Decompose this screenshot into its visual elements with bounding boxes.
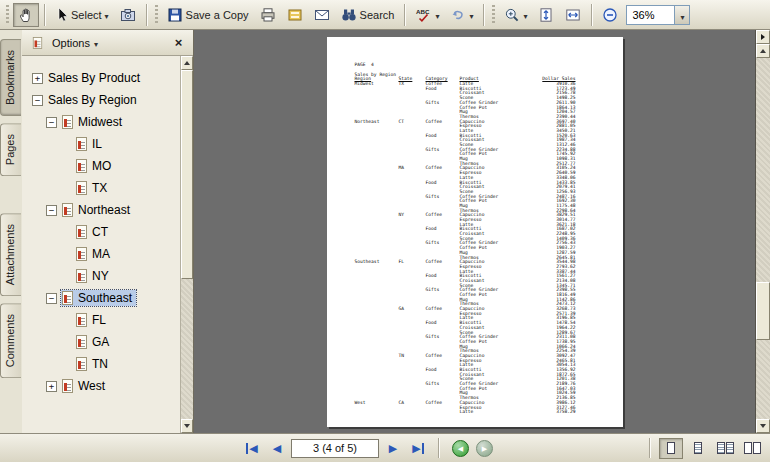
- first-page-icon: [246, 443, 257, 454]
- bookmark-label: Midwest: [78, 115, 122, 129]
- options-menu-button[interactable]: Options: [28, 33, 102, 53]
- spellcheck-abc-icon: ABC: [415, 7, 432, 23]
- bookmark-item-ga[interactable]: GA: [27, 331, 179, 353]
- bookmark-content: Sales By Region: [47, 92, 141, 108]
- undo-button[interactable]: [445, 3, 478, 27]
- scrollbar-thumb[interactable]: [756, 282, 770, 340]
- arrow-down-icon: [760, 424, 766, 428]
- bookmark-item-west[interactable]: +West: [27, 375, 179, 397]
- bookmark-page-icon: [62, 291, 73, 305]
- toolbar-grip[interactable]: [6, 5, 9, 25]
- bookmark-content: TX: [75, 180, 111, 196]
- fit-width-button[interactable]: [560, 3, 586, 27]
- next-view-button[interactable]: [476, 440, 493, 457]
- bookmark-item-ma[interactable]: MA: [27, 243, 179, 265]
- first-page-button[interactable]: [241, 438, 263, 458]
- facing-page-icon: [744, 442, 752, 454]
- scroll-up-button[interactable]: [181, 56, 193, 70]
- view-continuous-button[interactable]: [686, 438, 710, 459]
- spellcheck-button[interactable]: ABC: [410, 3, 444, 27]
- chevron-down-icon: [435, 9, 439, 21]
- chevron-down-icon: [94, 37, 98, 49]
- expander-spacer: [60, 337, 71, 348]
- scroll-up-button[interactable]: [756, 44, 770, 58]
- pane-toggle-button[interactable]: [756, 30, 770, 44]
- collapse-minus-icon[interactable]: −: [46, 205, 57, 216]
- bookmark-label: MO: [92, 159, 111, 173]
- chevron-down-icon: [105, 9, 109, 21]
- scrollbar-thumb[interactable]: [181, 70, 193, 279]
- scrollbar-track[interactable]: [756, 58, 770, 419]
- bookmark-content: West: [61, 378, 109, 394]
- bookmark-content: MO: [75, 158, 115, 174]
- last-page-button[interactable]: [407, 438, 429, 458]
- collapse-minus-icon[interactable]: −: [46, 293, 57, 304]
- bookmark-item-midwest[interactable]: −Midwest: [27, 111, 179, 133]
- zoom-level-combo[interactable]: 36%: [626, 5, 690, 25]
- select-tool-button[interactable]: Select: [50, 3, 114, 27]
- view-facing-button[interactable]: [740, 438, 764, 459]
- scroll-down-button[interactable]: [756, 419, 770, 433]
- view-continuous-facing-button[interactable]: [713, 438, 737, 459]
- document-scrollbar[interactable]: [755, 30, 770, 433]
- snapshot-tool-button[interactable]: [115, 3, 141, 27]
- expand-plus-icon[interactable]: +: [46, 381, 57, 392]
- close-panel-button[interactable]: [170, 34, 187, 51]
- scrollbar-track[interactable]: [181, 70, 193, 419]
- next-page-button[interactable]: [382, 438, 404, 458]
- main-area: Bookmarks Pages Attachments Comments Opt…: [0, 30, 770, 433]
- bookmark-content: Midwest: [61, 114, 126, 130]
- email-button[interactable]: [309, 3, 335, 27]
- toolbar-grip[interactable]: [155, 5, 158, 25]
- bookmark-label: Northeast: [78, 203, 130, 217]
- bookmarks-tree: +Sales By Product−Sales By Region−Midwes…: [22, 56, 180, 433]
- svg-text:ABC: ABC: [416, 8, 430, 15]
- expand-plus-icon[interactable]: +: [32, 73, 43, 84]
- print-button[interactable]: [255, 3, 281, 27]
- continuous-facing-icon: [726, 442, 734, 454]
- page-indicator-value: 3 (4 of 5): [313, 442, 357, 454]
- organizer-button[interactable]: [282, 3, 308, 27]
- bookmark-item-ct[interactable]: CT: [27, 221, 179, 243]
- search-button[interactable]: Search: [336, 3, 400, 27]
- bookmark-item-mo[interactable]: MO: [27, 155, 179, 177]
- tab-comments[interactable]: Comments: [0, 303, 21, 378]
- hand-tool-button[interactable]: [13, 3, 39, 27]
- bookmark-item-tx[interactable]: TX: [27, 177, 179, 199]
- view-single-page-button[interactable]: [659, 438, 683, 459]
- bookmark-item-sales-by-region[interactable]: −Sales By Region: [27, 89, 179, 111]
- bookmark-item-sales-by-product[interactable]: +Sales By Product: [27, 67, 179, 89]
- undo-arrow-icon: [450, 7, 466, 23]
- bookmark-item-fl[interactable]: FL: [27, 309, 179, 331]
- bookmark-label: Southeast: [78, 291, 132, 305]
- previous-page-icon: [273, 443, 281, 454]
- pdf-page[interactable]: PAGE 4Sales by RegionRegionStateCategory…: [327, 37, 623, 427]
- camera-icon: [120, 7, 136, 23]
- bookmark-item-northeast[interactable]: −Northeast: [27, 199, 179, 221]
- bookmark-item-southeast[interactable]: −Southeast: [27, 287, 179, 309]
- collapse-minus-icon[interactable]: −: [46, 117, 57, 128]
- page-indicator[interactable]: 3 (4 of 5): [291, 439, 379, 458]
- zoom-out-button[interactable]: [597, 3, 623, 27]
- zoom-tool-button[interactable]: [499, 3, 532, 27]
- arrow-up-icon: [760, 49, 766, 53]
- document-area[interactable]: PAGE 4Sales by RegionRegionStateCategory…: [194, 30, 755, 433]
- previous-page-button[interactable]: [266, 438, 288, 458]
- bookmark-item-ny[interactable]: NY: [27, 265, 179, 287]
- actual-size-button[interactable]: [533, 3, 559, 27]
- bookmark-item-tn[interactable]: TN: [27, 353, 179, 375]
- tab-pages[interactable]: Pages: [0, 123, 21, 176]
- bookmark-page-icon: [76, 269, 87, 283]
- collapse-minus-icon[interactable]: −: [32, 95, 43, 106]
- tab-attachments[interactable]: Attachments: [0, 213, 21, 296]
- tab-bookmarks[interactable]: Bookmarks: [0, 39, 21, 116]
- toolbar-grip[interactable]: [492, 5, 495, 25]
- previous-view-button[interactable]: [452, 440, 469, 457]
- zoom-combo-dropdown-button[interactable]: [674, 6, 689, 24]
- bookmark-page-icon: [76, 137, 87, 151]
- bookmarks-scrollbar[interactable]: [180, 56, 193, 433]
- scroll-down-button[interactable]: [181, 419, 193, 433]
- bookmark-item-il[interactable]: IL: [27, 133, 179, 155]
- save-a-copy-button[interactable]: Save a Copy: [162, 3, 254, 27]
- bookmark-label: MA: [92, 247, 110, 261]
